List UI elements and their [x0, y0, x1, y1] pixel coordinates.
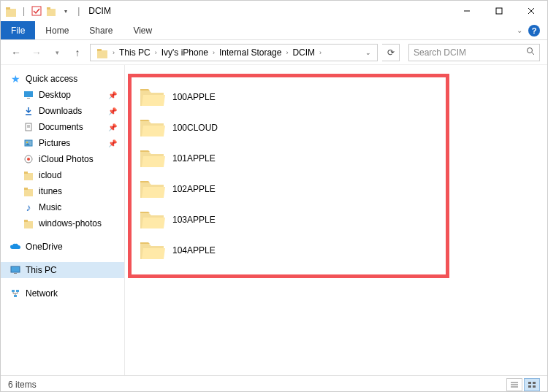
tab-share[interactable]: Share	[79, 21, 123, 39]
breadcrumb-segment[interactable]: Ivy's iPhone	[159, 47, 211, 58]
sidebar-item-itunes[interactable]: itunes	[1, 183, 124, 199]
chevron-right-icon[interactable]: ›	[155, 49, 157, 56]
chevron-right-icon[interactable]: ›	[319, 49, 321, 56]
sidebar-item-label: icloud	[39, 170, 61, 180]
folder-item[interactable]: 104APPLE	[136, 235, 289, 266]
sidebar-item-pictures[interactable]: Pictures 📌	[1, 135, 124, 151]
sidebar-item-downloads[interactable]: Downloads 📌	[1, 103, 124, 119]
qat-separator: |	[23, 6, 25, 16]
forward-button[interactable]: →	[28, 45, 45, 61]
sidebar: ★ Quick access Desktop 📌 Downloads 📌	[1, 65, 125, 375]
folder-app-icon	[5, 5, 17, 17]
minimize-button[interactable]	[451, 1, 483, 21]
status-text: 6 items	[8, 380, 37, 390]
help-icon[interactable]: ?	[528, 25, 540, 36]
sidebar-network[interactable]: Network	[1, 285, 124, 301]
address-dropdown-icon[interactable]: ⌄	[362, 49, 374, 56]
pictures-icon	[23, 137, 34, 149]
qat-properties-icon[interactable]	[31, 5, 42, 17]
folder-item[interactable]: 100CLOUD	[136, 112, 289, 143]
svg-rect-29	[11, 266, 20, 272]
breadcrumb-segment[interactable]: DCIM	[289, 47, 318, 58]
view-large-icons-button[interactable]	[524, 378, 540, 391]
folder-name: 103APPLE	[172, 215, 216, 225]
close-button[interactable]	[515, 1, 547, 21]
desktop-icon	[23, 89, 34, 101]
folder-item[interactable]: 100APPLE	[136, 82, 289, 112]
svg-rect-28	[24, 220, 28, 222]
sidebar-item-label: Downloads	[39, 106, 82, 116]
chevron-right-icon[interactable]: ›	[113, 49, 115, 56]
svg-rect-9	[97, 50, 107, 58]
up-button[interactable]: ↑	[69, 45, 85, 61]
breadcrumb-label: Internal Storage	[219, 47, 281, 58]
svg-rect-10	[97, 49, 102, 51]
breadcrumb-label: This PC	[119, 47, 151, 58]
folder-name: 102APPLE	[172, 184, 216, 194]
svg-rect-23	[24, 173, 33, 180]
breadcrumb-segment[interactable]: This PC	[116, 47, 153, 58]
address-bar[interactable]: › This PC › Ivy's iPhone › Internal Stor…	[90, 44, 378, 61]
sidebar-this-pc[interactable]: This PC	[1, 262, 124, 278]
pin-icon: 📌	[108, 139, 117, 147]
sidebar-item-label: windows-photos	[39, 218, 102, 228]
folder-name: 104APPLE	[172, 245, 216, 255]
refresh-button[interactable]: ⟳	[382, 44, 400, 61]
folder-icon	[23, 218, 34, 229]
recent-dropdown[interactable]: ▾	[49, 45, 65, 61]
sidebar-item-icloud[interactable]: icloud	[1, 167, 124, 183]
folder-icon	[23, 185, 34, 197]
search-placeholder: Search DCIM	[414, 47, 466, 58]
sidebar-group-label: Quick access	[26, 74, 77, 84]
sidebar-item-desktop[interactable]: Desktop 📌	[1, 87, 124, 103]
view-details-button[interactable]	[506, 378, 522, 391]
sidebar-item-label: Music	[39, 202, 61, 212]
statusbar: 6 items	[1, 375, 547, 392]
search-box[interactable]: Search DCIM	[408, 44, 540, 61]
sidebar-item-music[interactable]: ♪ Music	[1, 199, 124, 215]
sidebar-item-label: itunes	[39, 186, 62, 196]
svg-rect-14	[27, 98, 30, 99]
tab-home[interactable]: Home	[35, 21, 79, 39]
svg-rect-38	[533, 382, 536, 384]
maximize-button[interactable]	[483, 1, 515, 21]
ribbon-expand-icon[interactable]: ⌄	[517, 26, 522, 34]
onedrive-icon	[9, 241, 21, 253]
svg-point-20	[26, 142, 28, 143]
downloads-icon	[23, 105, 34, 117]
this-pc-icon	[9, 264, 21, 276]
sidebar-item-windows-photos[interactable]: windows-photos	[1, 215, 124, 231]
pin-icon: 📌	[108, 107, 117, 115]
sidebar-item-icloud-photos[interactable]: iCloud Photos	[1, 151, 124, 167]
breadcrumb-label: DCIM	[292, 47, 315, 58]
svg-rect-32	[16, 290, 19, 292]
sidebar-onedrive[interactable]: OneDrive	[1, 239, 124, 255]
file-tab[interactable]: File	[1, 21, 35, 39]
qat-dropdown-icon[interactable]: ▾	[60, 5, 72, 17]
music-icon: ♪	[23, 201, 34, 213]
folder-icon	[139, 209, 165, 231]
star-icon: ★	[9, 73, 21, 85]
svg-rect-26	[24, 188, 28, 190]
folder-item[interactable]: 101APPLE	[136, 143, 289, 174]
chevron-right-icon[interactable]: ›	[213, 49, 215, 56]
folder-name: 100APPLE	[172, 92, 216, 102]
folder-item[interactable]: 102APPLE	[136, 174, 289, 204]
search-icon	[526, 47, 535, 58]
pin-icon: 📌	[108, 123, 117, 131]
chevron-right-icon[interactable]: ›	[286, 49, 288, 56]
folder-item[interactable]: 103APPLE	[136, 204, 289, 235]
sidebar-group-label: Network	[26, 288, 58, 299]
tab-view[interactable]: View	[123, 21, 162, 39]
content-pane[interactable]: 100APPLE 100CLOUD 101APPLE 102APPLE	[125, 65, 547, 375]
annotation-highlight-box: 100APPLE 100CLOUD 101APPLE 102APPLE	[128, 74, 449, 278]
sidebar-item-label: iCloud Photos	[39, 154, 94, 164]
svg-rect-3	[47, 9, 56, 16]
pin-icon: 📌	[108, 91, 117, 99]
sidebar-quick-access[interactable]: ★ Quick access	[1, 71, 124, 87]
sidebar-item-documents[interactable]: Documents 📌	[1, 119, 124, 135]
breadcrumb-segment[interactable]: Internal Storage	[216, 47, 284, 58]
qat-newfolder-icon[interactable]	[45, 5, 57, 17]
back-button[interactable]: ←	[8, 45, 24, 61]
svg-rect-25	[24, 189, 33, 196]
